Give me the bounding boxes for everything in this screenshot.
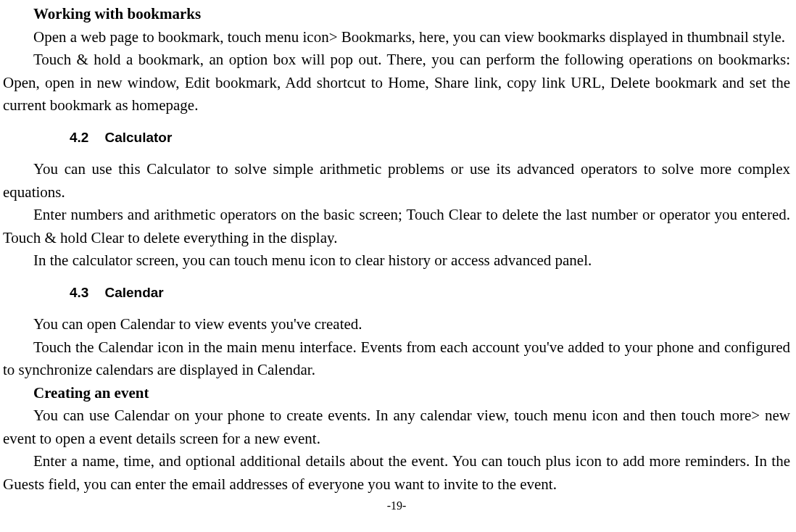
paragraph-calendar-4: Enter a name, time, and optional additio… — [3, 450, 790, 496]
paragraph-calculator-1: You can use this Calculator to solve sim… — [3, 158, 790, 204]
section-title: Calculator — [104, 130, 172, 145]
paragraph-calendar-1: You can open Calendar to view events you… — [3, 313, 790, 336]
paragraph-calculator-2: Enter numbers and arithmetic operators o… — [3, 204, 790, 249]
heading-bookmarks: Working with bookmarks — [3, 3, 790, 26]
paragraph-calculator-3: In the calculator screen, you can touch … — [3, 249, 790, 273]
section-title: Calendar — [104, 285, 163, 300]
section-heading-calculator: 4.2Calculator — [70, 128, 790, 149]
paragraph-calendar-2: Touch the Calendar icon in the main menu… — [3, 336, 790, 382]
paragraph-bookmarks-1: Open a web page to bookmark, touch menu … — [3, 26, 790, 49]
section-number: 4.2 — [70, 128, 88, 149]
section-number: 4.3 — [70, 283, 88, 304]
paragraph-calendar-3: You can use Calendar on your phone to cr… — [3, 404, 790, 450]
document-page: Working with bookmarks Open a web page t… — [0, 0, 796, 515]
section-heading-calendar: 4.3Calendar — [70, 283, 790, 304]
paragraph-bookmarks-2: Touch & hold a bookmark, an option box w… — [3, 49, 790, 117]
page-number: -19- — [3, 497, 790, 515]
heading-creating-event: Creating an event — [3, 382, 790, 405]
